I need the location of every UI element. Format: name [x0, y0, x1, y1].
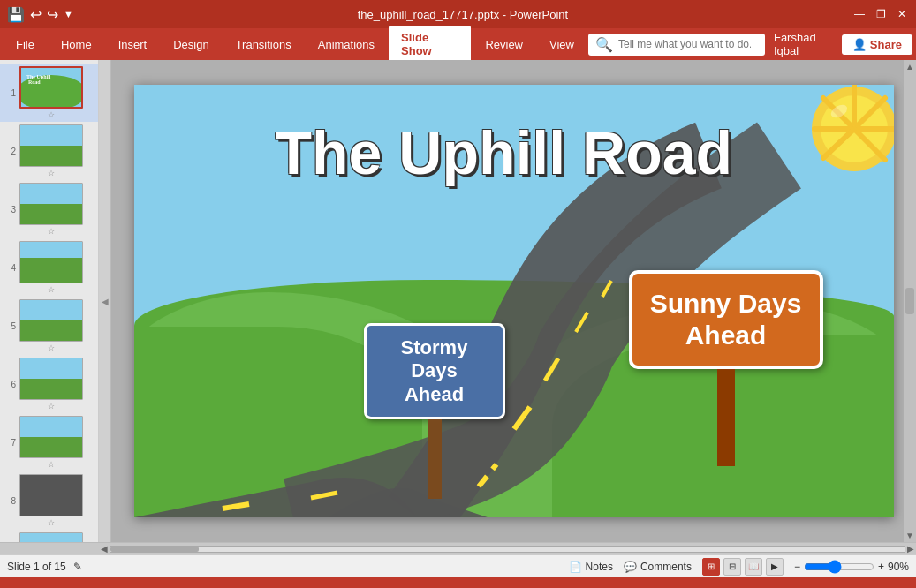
slide-canvas: The Uphill Road: [134, 85, 894, 517]
slide-star: ☆: [48, 169, 55, 177]
slide-thumb-col: ☆: [19, 299, 83, 352]
slide-star: ☆: [48, 518, 55, 527]
slide-item[interactable]: 6☆: [0, 355, 98, 413]
slide-list: 1 The Uphill Road ☆2☆3☆4☆5☆6☆7☆8☆9☆10☆11…: [0, 64, 98, 542]
close-button[interactable]: ✕: [895, 7, 909, 21]
restore-button[interactable]: ❐: [874, 7, 888, 21]
share-icon: 👤: [852, 38, 867, 51]
sign-stormy: Stormy Days Ahead: [364, 323, 505, 499]
tab-home[interactable]: Home: [49, 33, 104, 57]
slide-item[interactable]: 5☆: [0, 297, 98, 355]
search-bar: 🔍: [588, 34, 765, 56]
slide-number: 5: [4, 321, 16, 331]
panel-collapse-handle[interactable]: ◀: [99, 60, 111, 542]
slide-thumb-col: ☆: [19, 416, 83, 469]
h-scroll-track[interactable]: [110, 546, 905, 553]
notes-label: Notes: [586, 561, 613, 573]
slide-item[interactable]: 1 The Uphill Road ☆: [0, 64, 98, 122]
slide-thumbnail: [19, 416, 83, 458]
h-scroll-thumb[interactable]: [110, 547, 199, 552]
scrollbar-thumb[interactable]: [905, 288, 914, 314]
undo-icon[interactable]: ↩: [30, 6, 42, 23]
title-bar: 💾 ↩ ↪ ▼ the_uphill_road_17717.pptx - Pow…: [0, 0, 916, 28]
h-scrollbar: ◀ ▶: [99, 544, 916, 554]
slide-panel: 1 The Uphill Road ☆2☆3☆4☆5☆6☆7☆8☆9☆10☆11…: [0, 60, 99, 542]
slide-thumb-col: ☆: [19, 124, 83, 177]
slide-thumbnail: [19, 241, 83, 283]
redo-icon[interactable]: ↪: [47, 6, 58, 23]
status-right: 📄 Notes 💬 Comments ⊞ ⊟ 📖 ▶ − + 90%: [569, 558, 909, 576]
save-icon[interactable]: 💾: [7, 6, 25, 23]
slide-number: 4: [4, 263, 16, 273]
slide-item[interactable]: 4☆: [0, 238, 98, 297]
tab-insert[interactable]: Insert: [106, 33, 160, 57]
user-name: Farshad Iqbal: [774, 31, 840, 57]
slide-thumbnail: [19, 124, 83, 167]
comments-icon: 💬: [624, 561, 637, 573]
slide-star: ☆: [48, 343, 55, 352]
stormy-sign-post: [428, 419, 442, 499]
tab-animations[interactable]: Animations: [306, 33, 387, 57]
collapse-icon: ◀: [102, 297, 109, 306]
h-scroll-right-arrow[interactable]: ▶: [907, 544, 914, 554]
tab-review[interactable]: Review: [473, 33, 535, 57]
reading-view-button[interactable]: 📖: [745, 558, 762, 576]
slide-number: 7: [4, 438, 16, 448]
slide-number: 8: [4, 496, 16, 506]
slide-item[interactable]: 8☆: [0, 471, 98, 530]
slide-item[interactable]: 7☆: [0, 413, 98, 471]
tab-file[interactable]: File: [4, 33, 47, 57]
slide-thumb-col: ☆: [19, 532, 83, 542]
slide-thumbnail: [19, 299, 83, 342]
view-buttons: ⊞ ⊟ 📖 ▶: [702, 558, 784, 576]
comments-label: Comments: [640, 561, 692, 573]
tab-view[interactable]: View: [537, 33, 587, 57]
zoom-slider[interactable]: [804, 560, 874, 574]
slide-star: ☆: [48, 110, 55, 119]
tab-slideshow[interactable]: Slide Show: [389, 26, 471, 63]
slide-number: 3: [4, 205, 16, 215]
zoom-minus-icon[interactable]: −: [794, 561, 800, 573]
share-button[interactable]: 👤 Share: [842, 34, 912, 55]
svg-text:Road: Road: [28, 79, 41, 85]
status-left: Slide 1 of 15 ✎: [7, 561, 82, 573]
slide-item[interactable]: 3☆: [0, 180, 98, 238]
slide-thumbnail: The Uphill Road: [19, 66, 83, 109]
slide-title: The Uphill Road: [276, 120, 733, 186]
scroll-down-arrow[interactable]: ▼: [905, 531, 914, 540]
zoom-percent: 90%: [888, 561, 909, 573]
slide-item[interactable]: 9☆: [0, 530, 98, 542]
comments-button[interactable]: 💬 Comments: [624, 561, 692, 573]
canvas-area: The Uphill Road: [111, 60, 916, 542]
status-bar: Slide 1 of 15 ✎ 📄 Notes 💬 Comments ⊞ ⊟ 📖…: [0, 554, 916, 577]
slide-thumb-col: ☆: [19, 358, 83, 411]
minimize-button[interactable]: —: [852, 7, 867, 21]
notes-button[interactable]: 📄 Notes: [569, 561, 613, 573]
tab-design[interactable]: Design: [161, 33, 221, 57]
slideshow-button[interactable]: ▶: [766, 558, 784, 576]
quick-access-toolbar: 💾 ↩ ↪ ▼: [7, 6, 73, 23]
zoom-plus-icon[interactable]: +: [878, 561, 884, 573]
slide-thumb-col: ☆: [19, 183, 83, 236]
sign-sunny: Sunny Days Ahead: [629, 270, 823, 466]
slide-sorter-button[interactable]: ⊟: [723, 558, 741, 576]
slide-number: 2: [4, 147, 16, 156]
slide-thumbnail: [19, 532, 83, 542]
sunny-sign-board: Sunny Days Ahead: [629, 270, 823, 369]
search-icon: 🔍: [595, 36, 613, 53]
tab-transitions[interactable]: Transitions: [223, 33, 304, 57]
canvas-scrollbar: ▲ ▼: [904, 60, 916, 542]
customize-qat-icon[interactable]: ▼: [64, 9, 73, 19]
slide-star: ☆: [48, 402, 55, 411]
scroll-up-arrow[interactable]: ▲: [905, 62, 914, 72]
slide-item[interactable]: 2☆: [0, 122, 98, 180]
slide-thumbnail: [19, 183, 83, 225]
stormy-sign-board: Stormy Days Ahead: [364, 323, 505, 419]
horizontal-scrollbar-area: ◀ ▶: [0, 542, 916, 554]
window-title: the_uphill_road_17717.pptx - PowerPoint: [73, 8, 852, 21]
search-input[interactable]: [618, 38, 751, 50]
slide-edit-icon[interactable]: ✎: [73, 561, 82, 573]
slide-thumbnail: [19, 474, 83, 516]
h-scroll-left-arrow[interactable]: ◀: [101, 544, 108, 554]
normal-view-button[interactable]: ⊞: [702, 558, 720, 576]
